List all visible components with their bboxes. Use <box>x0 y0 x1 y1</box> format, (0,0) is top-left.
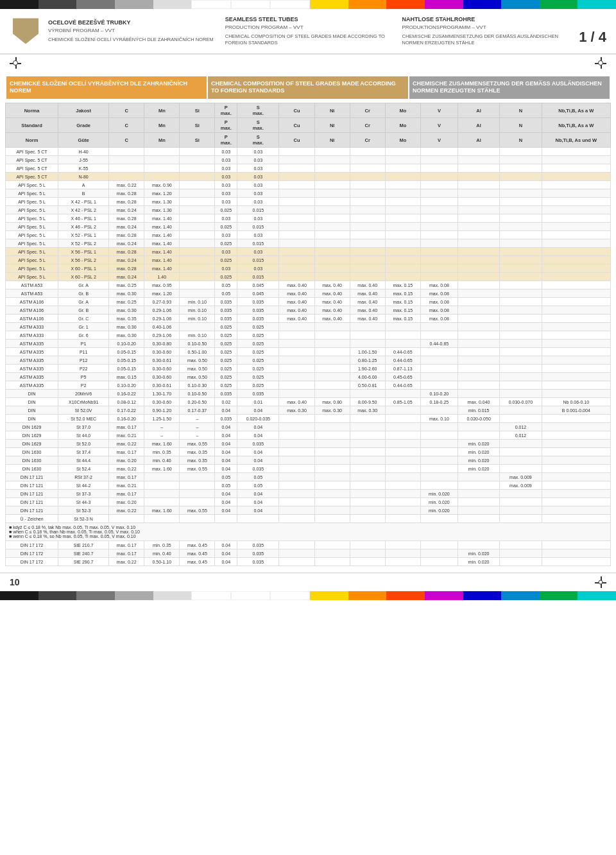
th-al3: Al <box>458 133 499 148</box>
th-mn2: Mn <box>144 118 180 133</box>
table-row: DIN 17 121St 52-3max. 0.22max. 1.60max. … <box>6 506 611 515</box>
th-nb3: Nb,Ti,B, As und W <box>542 133 610 148</box>
table-row: DIN20MnV60.16-0.221.30-1.700.10-0.500.03… <box>6 390 611 398</box>
table-row: ASTM A335P110.05-0.150.30-0.600.50-1.000… <box>6 348 611 356</box>
table-row: DIN 17 172StE 240.7max. 0.17min. 0.40max… <box>6 549 611 558</box>
th-v3: V <box>420 133 458 148</box>
table-row: DIN 1629St 37.0max. 0.17––0.040.040.012 <box>6 423 611 431</box>
th-gute: Güte <box>58 133 109 148</box>
th-cu2: Cu <box>279 118 314 133</box>
logo <box>10 15 42 47</box>
header-row-3: Norm Güte C Mn Si Pmax. Smax. Cu Ni Cr M… <box>6 133 611 148</box>
th-mo: Mo <box>385 103 420 118</box>
th-si2: Si <box>180 118 215 133</box>
th-p3: Pmax. <box>215 133 237 148</box>
logo-shape <box>13 18 38 44</box>
header-col-english: SEAMLESS STEEL TUBES PRODUCTION PROGRAM … <box>225 15 396 47</box>
table-row: DIN 1630St 37.4max. 0.17min. 0.35max. 0.… <box>6 448 611 456</box>
col3-sub2: CHEMISCHE ZUSAMMENSETZUNG DER GEMÄSS AUS… <box>402 33 572 47</box>
table-row: ASTM A335P5max. 0.150.30-0.60max. 0.500.… <box>6 373 611 381</box>
th-c: C <box>109 103 144 118</box>
table-row: DIN 17 121St 44-3max. 0.200.040.04min. 0… <box>6 498 611 506</box>
th-n: N <box>500 103 542 118</box>
th-norm: Norm <box>6 133 58 148</box>
th-cu3: Cu <box>279 133 314 148</box>
th-norma: Norma <box>6 103 58 118</box>
table-row: API Spec. 5 LX 42 - PSL 2max. 0.24max. 1… <box>6 206 611 214</box>
th-p: Pmax. <box>215 103 237 118</box>
section-head-german: CHEMISCHE ZUSAMMENSETZUNG DER GEMÄSS AUS… <box>409 76 610 99</box>
crosshair-row <box>0 55 616 71</box>
th-s: Smax. <box>237 103 279 118</box>
th-p2: Pmax. <box>215 118 237 133</box>
table-row: DIN 17 172StE 210.7max. 0.17min. 0.35max… <box>6 541 611 549</box>
table-row: API Spec. 5 LX 42 - PSL 1max. 0.28max. 1… <box>6 198 611 206</box>
th-mo2: Mo <box>385 118 420 133</box>
table-row: ASTM A335P220.05-0.150.30-0.60max. 0.500… <box>6 365 611 373</box>
table-row: ASTM A53Gr. Amax. 0.25max. 0.950.050.045… <box>6 281 611 289</box>
th-mn: Mn <box>144 103 180 118</box>
table-row: DIN 17 172StE 290.7max. 0.220.50-1.10max… <box>6 558 611 566</box>
table-row: API Spec. 5 CTN-800.030.03 <box>6 173 611 181</box>
table-row: API Spec. 5 LX 56 - PSL 1max. 0.28max. 1… <box>6 248 611 256</box>
color-strip-top <box>0 0 616 9</box>
table-row: DIN 1630St 44.4max. 0.20min. 0.40max. 0.… <box>6 456 611 465</box>
header-row-1: Norma Jakost C Mn Si Pmax. Smax. Cu Ni C… <box>6 103 611 118</box>
crosshair-right <box>595 57 606 69</box>
table-row: API Spec. 5 LX 60 - PSL 1max. 0.28max. 1… <box>6 264 611 273</box>
col3-subtitle: PRODUKTIONSPROGRAMM – VVT <box>402 24 572 31</box>
table-row: ASTM A335P20.10-0.200.30-0.610.10-0.300.… <box>6 381 611 390</box>
header-col-german: NAHTLOSE STAHLROHRE PRODUKTIONSPROGRAMM … <box>402 15 572 47</box>
th-cr3: Cr <box>350 133 385 148</box>
th-n3: N <box>500 133 542 148</box>
th-cr: Cr <box>350 103 385 118</box>
table-row: ASTM A335P10.10-0.200.30-0.800.10-0.500.… <box>6 340 611 348</box>
header-row-2: Standard Grade C Mn Si Pmax. Smax. Cu Ni… <box>6 118 611 133</box>
th-nb: Nb,Ti,B, As a W <box>542 103 610 118</box>
table-row: DIN 17 121RSt 37-2max. 0.170.050.05max. … <box>6 473 611 481</box>
col1-title: OCELOVÉ BEZEŠVÉ TRUBKY <box>48 19 219 27</box>
table-row: DIN 1629St 44.0max. 0.21––0.040.040.012 <box>6 431 611 440</box>
page-footer: 10 <box>0 573 616 591</box>
th-c2: C <box>109 118 144 133</box>
th-si3: Si <box>180 133 215 148</box>
th-nb2: Nb,Ti,B, As a W <box>542 118 610 133</box>
th-ni2: Ni <box>314 118 350 133</box>
crosshair-footer <box>595 576 606 588</box>
table-row: API Spec. 5 CTK-550.030.03 <box>6 164 611 173</box>
composition-table: Norma Jakost C Mn Si Pmax. Smax. Cu Ni C… <box>5 103 611 566</box>
th-cu: Cu <box>279 103 314 118</box>
table-row: DINSt 52.0V0.17-0.220.90-1.200.17-0.370.… <box>6 406 611 415</box>
th-al: Al <box>458 103 499 118</box>
col3-title: NAHTLOSE STAHLROHRE <box>402 15 572 24</box>
th-mo3: Mo <box>385 133 420 148</box>
table-row: ASTM A53Gr. Bmax. 0.30max. 1.200.050.045… <box>6 289 611 298</box>
th-cr2: Cr <box>350 118 385 133</box>
section-head-czech: CHEMICKÉ SLOŽENÍ OCELÍ VYRÁBĚNÝCH DLE ZA… <box>6 76 207 99</box>
page-header: OCELOVÉ BEZEŠVÉ TRUBKY VÝROBNÍ PROGRAM –… <box>0 9 616 55</box>
table-row: DINSt 52.0 MEC0.16-0.201.25-1.50–0.0350.… <box>6 415 611 423</box>
table-row: ASTM A335P120.05-0.150.30-0.61max. 0.500… <box>6 356 611 365</box>
col2-title: SEAMLESS STEEL TUBES <box>225 15 396 24</box>
main-table-wrapper: Norma Jakost C Mn Si Pmax. Smax. Cu Ni C… <box>5 103 611 566</box>
table-row: Ü - ZeichenSt 52-3 N <box>6 515 611 523</box>
th-jakost: Jakost <box>58 103 109 118</box>
col1-subtitle: VÝROBNÍ PROGRAM – VVT <box>48 27 219 34</box>
th-al2: Al <box>458 118 499 133</box>
table-row: API Spec. 5 CTH-400.030.03 <box>6 148 611 156</box>
header-col-czech: OCELOVÉ BEZEŠVÉ TRUBKY VÝROBNÍ PROGRAM –… <box>48 15 219 47</box>
th-n2: N <box>500 118 542 133</box>
table-row: ASTM A106Gr. Cmax. 0.350.29-1.06min. 0.1… <box>6 315 611 323</box>
table-row: DINX10CrMoNb910.08-0.120.30-0.600.20-0.5… <box>6 398 611 406</box>
table-row: API Spec. 5 LX 46 - PSL 1max. 0.28max. 1… <box>6 214 611 223</box>
table-row: DIN 17 121St 44-2max. 0.210.050.05max. 0… <box>6 481 611 490</box>
table-row: API Spec. 5 LX 52 - PSL 1max. 0.28max. 1… <box>6 231 611 239</box>
th-grade: Grade <box>58 118 109 133</box>
th-mn3: Mn <box>144 133 180 148</box>
table-row: API Spec. 5 LX 60 - PSL 2max. 0.241.400.… <box>6 273 611 281</box>
th-v: V <box>420 103 458 118</box>
table-row: API Spec. 5 LX 56 - PSL 2max. 0.24max. 1… <box>6 256 611 264</box>
footer-page-number: 10 <box>10 577 20 587</box>
col1-sub2: CHEMICKÉ SLOŽENÍ OCELÍ VYRÁBĚNÝCH DLE ZA… <box>48 37 219 44</box>
table-row: ASTM A106Gr. Amax. 0.250.27-0.93min. 0.1… <box>6 298 611 306</box>
